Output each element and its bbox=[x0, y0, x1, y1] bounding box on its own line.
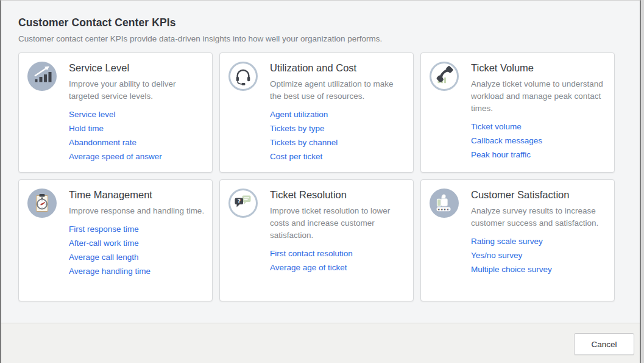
kpi-card-body: Customer Satisfaction Analyze survey res… bbox=[471, 187, 607, 279]
chat-question-icon: ? bbox=[228, 189, 258, 218]
kpi-card-title: Ticket Resolution bbox=[270, 188, 406, 201]
kpi-card-body: Service Level Improve your ability to de… bbox=[69, 60, 205, 167]
bar-chart-trend-icon bbox=[27, 62, 57, 91]
kpi-card-description: Improve ticket resolution to lower costs… bbox=[270, 205, 406, 242]
kpi-link[interactable]: Abandonment rate bbox=[69, 138, 205, 147]
kpi-card: ? Ticket Resolution Improve ticket resol… bbox=[219, 179, 414, 301]
kpi-link[interactable]: After-call work time bbox=[69, 239, 204, 248]
kpi-card-description: Analyze ticket volume to understand work… bbox=[471, 78, 607, 115]
kpi-link[interactable]: Average handling time bbox=[69, 267, 204, 276]
cancel-button[interactable]: Cancel bbox=[574, 333, 634, 355]
kpi-link[interactable]: Rating scale survey bbox=[471, 237, 607, 246]
kpi-link[interactable]: Callback messages bbox=[471, 137, 607, 145]
kpi-card: Utilization and Cost Optimize agent util… bbox=[219, 52, 414, 173]
page-title: Customer Contact Center KPIs bbox=[18, 16, 640, 29]
kpi-card-title: Utilization and Cost bbox=[270, 61, 406, 74]
kpi-link[interactable]: Yes/no survey bbox=[471, 251, 607, 260]
kpi-card-body: Ticket Volume Analyze ticket volume to u… bbox=[471, 60, 607, 165]
kpi-link-list: Rating scale surveyYes/no surveyMultiple… bbox=[471, 237, 607, 274]
kpi-card-body: Time Management Improve response and han… bbox=[69, 187, 204, 281]
kpi-card: Service Level Improve your ability to de… bbox=[18, 52, 213, 173]
kpi-link-list: First contact resolutionAverage age of t… bbox=[270, 250, 406, 272]
kpi-link[interactable]: Cost per ticket bbox=[270, 153, 406, 161]
kpi-link[interactable]: Average call length bbox=[69, 253, 204, 262]
kpi-card-title: Service Level bbox=[69, 61, 205, 74]
phone-volume-icon bbox=[430, 62, 459, 91]
kpi-card: ★★★★ ★ Customer Satisfaction Analyze sur… bbox=[420, 179, 615, 301]
kpi-link[interactable]: Peak hour traffic bbox=[471, 151, 607, 159]
kpi-link[interactable]: Ticket volume bbox=[471, 123, 607, 131]
kpi-link[interactable]: Tickets by channel bbox=[270, 138, 406, 147]
kpi-card-description: Improve your ability to deliver targeted… bbox=[69, 78, 205, 102]
kpi-card-title: Customer Satisfaction bbox=[471, 188, 607, 201]
kpi-link[interactable]: First contact resolution bbox=[270, 250, 406, 258]
kpi-card-body: Ticket Resolution Improve ticket resolut… bbox=[270, 187, 406, 278]
kpi-link[interactable]: Tickets by type bbox=[270, 124, 406, 133]
kpi-card-description: Improve response and handling time. bbox=[69, 205, 204, 217]
kpi-link-list: First response timeAfter-call work timeA… bbox=[69, 225, 204, 276]
kpi-link-list: Ticket volumeCallback messagesPeak hour … bbox=[471, 123, 607, 159]
kpi-link[interactable]: Hold time bbox=[69, 124, 205, 133]
kpi-card-grid: Service Level Improve your ability to de… bbox=[18, 52, 640, 301]
kpi-card-title: Ticket Volume bbox=[471, 61, 607, 74]
main-content: Customer Contact Center KPIs Customer co… bbox=[1, 1, 640, 323]
kpi-link[interactable]: Multiple choice survey bbox=[471, 265, 607, 274]
kpi-card-description: Optimize agent utilization to make the b… bbox=[270, 78, 406, 102]
thumbs-up-rating-icon: ★★★★ ★ bbox=[430, 189, 459, 218]
svg-text:★: ★ bbox=[447, 207, 450, 211]
kpi-link-list: Service levelHold timeAbandonment rateAv… bbox=[69, 110, 205, 161]
kpi-picker-window: Customer Contact Center KPIs Customer co… bbox=[0, 0, 641, 363]
headset-icon bbox=[228, 62, 258, 91]
kpi-card: Ticket Volume Analyze ticket volume to u… bbox=[420, 52, 615, 173]
stopwatch-clipboard-icon bbox=[27, 189, 57, 218]
kpi-card-title: Time Management bbox=[69, 188, 204, 201]
kpi-card: Time Management Improve response and han… bbox=[18, 179, 213, 301]
footer-bar: Cancel bbox=[1, 323, 640, 363]
kpi-link-list: Agent utilizationTickets by typeTickets … bbox=[270, 110, 406, 161]
kpi-link[interactable]: First response time bbox=[69, 225, 204, 234]
kpi-card-description: Analyze survey results to increase custo… bbox=[471, 205, 607, 229]
kpi-card-body: Utilization and Cost Optimize agent util… bbox=[270, 60, 406, 167]
kpi-link[interactable]: Average age of ticket bbox=[270, 264, 406, 272]
page-subtitle: Customer contact center KPIs provide dat… bbox=[18, 34, 640, 45]
svg-text:?: ? bbox=[238, 198, 241, 204]
kpi-link[interactable]: Agent utilization bbox=[270, 110, 406, 119]
kpi-link[interactable]: Average speed of answer bbox=[69, 153, 205, 161]
kpi-link[interactable]: Service level bbox=[69, 110, 205, 119]
